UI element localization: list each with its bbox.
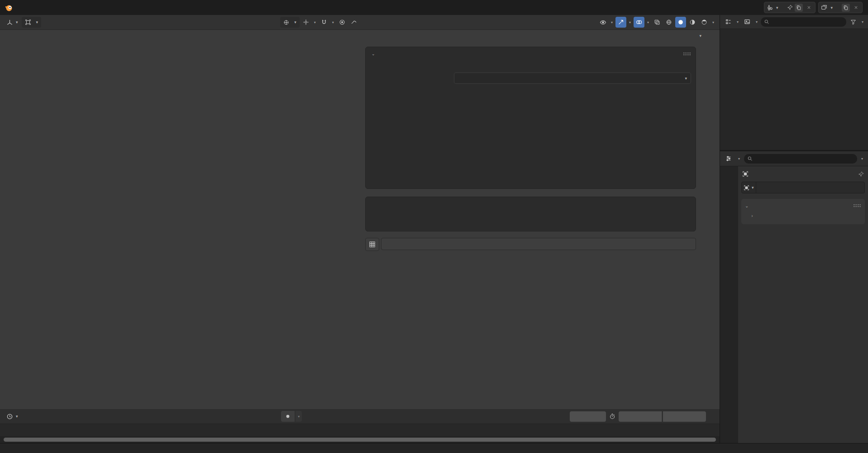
globe-icon (283, 19, 289, 25)
chevron-down-icon[interactable]: ▾ (859, 153, 865, 164)
properties-search-input[interactable] (744, 154, 857, 164)
shading-material-button[interactable] (687, 17, 698, 28)
type-dropdown[interactable]: ▾ (454, 72, 691, 84)
close-icon[interactable] (805, 4, 813, 12)
collapse-chevron-icon: ⌄ (745, 203, 749, 208)
object-name-field[interactable]: ▾ (741, 182, 865, 193)
falloff-dropdown[interactable] (348, 17, 359, 28)
properties-tab-strip (720, 166, 738, 443)
object-type-icon-button[interactable]: ▾ (742, 182, 756, 193)
scrollbar-thumb[interactable] (4, 438, 716, 442)
outliner-display-mode-button[interactable] (723, 16, 734, 27)
pin-icon[interactable] (787, 5, 793, 10)
math-equations-panel: ⌄ ▾ (365, 47, 696, 189)
blender-window: ▾ ▾ ▾ ▾ (0, 0, 868, 453)
properties-editor: ▾ ⌄ › (720, 166, 868, 443)
options-button[interactable]: ▾ (693, 33, 704, 39)
note-system-params (370, 88, 691, 95)
viewlayer-selector[interactable]: ▾ (818, 2, 863, 13)
frame-start-field[interactable] (619, 411, 662, 422)
overlays-toggle[interactable] (634, 17, 644, 28)
3d-viewport[interactable]: ▾ ▾ ▾ ▾ ▾ ▾ ▾ (0, 15, 720, 409)
search-icon (764, 19, 769, 24)
object-icon (742, 171, 749, 177)
editor-type-button[interactable]: ▾ (4, 18, 21, 27)
delta-transform-header[interactable]: › (745, 211, 861, 221)
chevron-down-icon[interactable]: ▾ (754, 16, 759, 27)
properties-filter-button[interactable] (723, 153, 734, 164)
gizmos-toggle[interactable] (615, 17, 626, 28)
panel-header[interactable]: ⌄ (370, 50, 691, 59)
copy-icon[interactable] (795, 4, 803, 12)
scene-icon (767, 5, 773, 11)
grip-icon[interactable] (853, 204, 861, 207)
stopwatch-icon-button[interactable] (607, 411, 618, 422)
chevron-down-icon[interactable]: ▾ (312, 17, 318, 28)
properties-content: ▾ ⌄ › (738, 166, 868, 443)
frame-end-field[interactable] (663, 411, 706, 422)
grid-icon-button[interactable] (365, 238, 379, 251)
current-frame-field[interactable] (570, 411, 606, 422)
mode-dropdown[interactable]: ▾ (22, 17, 42, 28)
navigation-gizmo[interactable] (308, 50, 352, 94)
timeline-ruler[interactable] (0, 424, 720, 436)
chevron-down-icon: ▾ (294, 20, 296, 24)
viewlayer-icon (821, 5, 827, 11)
grip-icon[interactable] (683, 52, 691, 56)
timeline-scrollbar[interactable] (0, 436, 720, 443)
snap-magnet-toggle[interactable] (319, 17, 329, 28)
panel-header[interactable] (370, 200, 691, 204)
chevron-down-icon[interactable]: ▾ (860, 16, 865, 27)
xray-toggle[interactable] (652, 17, 663, 28)
right-column: ▾ ▾ ▾ ▾ ▾ (720, 15, 868, 443)
type-row: ▾ (370, 72, 691, 84)
blender-logo-icon[interactable] (5, 3, 14, 12)
copy-icon[interactable] (842, 4, 850, 12)
outliner-filter-image-button[interactable] (742, 16, 753, 27)
orientation-dropdown[interactable]: ▾ (280, 17, 300, 28)
pivot-point-button[interactable] (300, 17, 311, 28)
object-visibility-dropdown[interactable] (597, 17, 608, 28)
filter-funnel-button[interactable] (848, 16, 858, 27)
chevron-down-icon[interactable]: ▾ (711, 17, 716, 28)
chevron-down-icon: ▾ (36, 20, 38, 24)
chevron-down-icon[interactable]: ▾ (330, 17, 336, 28)
status-bar (0, 443, 868, 453)
close-icon[interactable] (852, 4, 860, 12)
outliner (720, 29, 868, 150)
transform-panel-header[interactable]: ⌄ (745, 201, 861, 211)
scene-selector[interactable]: ▾ (764, 2, 816, 13)
shading-wireframe-button[interactable] (663, 17, 674, 28)
chevron-down-icon[interactable]: ▾ (735, 16, 740, 27)
chevron-down-icon: ▾ (16, 20, 18, 24)
generate-row (365, 238, 696, 250)
chevron-down-icon[interactable]: ▾ (736, 153, 742, 164)
note-lorenz-defaults (370, 95, 691, 101)
shading-solid-button[interactable] (675, 17, 686, 28)
chevron-down-icon[interactable]: ▾ (627, 17, 633, 28)
shading-rendered-button[interactable] (699, 17, 710, 28)
timeline-header: ▾ ▾ (0, 409, 720, 424)
search-icon (747, 156, 753, 161)
chevron-down-icon: ▾ (16, 414, 18, 419)
transform-panel: ⌄ › (741, 199, 865, 224)
topbar-right: ▾ ▾ (764, 2, 863, 13)
chevron-down-icon[interactable]: ▾ (645, 17, 651, 28)
chevron-down-icon[interactable]: ▾ (296, 411, 302, 422)
outliner-header: ▾ ▾ ▾ (720, 15, 868, 29)
expand-chevron-icon: › (751, 213, 756, 218)
object-icon (744, 185, 749, 191)
outliner-search-input[interactable] (761, 17, 846, 27)
breadcrumb (741, 170, 865, 182)
timeline-editor-type-button[interactable]: ▾ (4, 412, 21, 421)
chevron-down-icon[interactable]: ▾ (609, 17, 615, 28)
proportional-editing-toggle[interactable] (337, 17, 348, 28)
properties-header: ▾ ▾ (720, 151, 868, 166)
chevron-down-icon: ▾ (699, 34, 701, 38)
object-mode-icon (25, 19, 31, 25)
auto-keying-toggle[interactable] (281, 411, 295, 422)
pin-icon[interactable] (858, 171, 864, 177)
generate-equation-button[interactable] (381, 238, 696, 250)
parameters-panel (365, 197, 696, 231)
timeline: ▾ ▾ (0, 409, 720, 443)
